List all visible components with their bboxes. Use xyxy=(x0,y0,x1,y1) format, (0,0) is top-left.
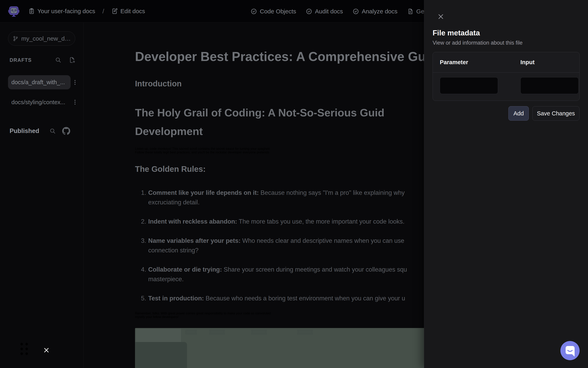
parameter-input[interactable] xyxy=(440,77,498,94)
save-changes-button[interactable]: Save Changes xyxy=(533,106,579,121)
app-screen: Your user-facing docs / Edit docs Code O… xyxy=(0,0,588,368)
panel-actions: Add Save Changes xyxy=(432,106,579,121)
panel-subtitle: View or add information about this file xyxy=(432,40,579,46)
column-header-input: Input xyxy=(513,59,579,66)
chat-bubble-icon xyxy=(560,341,579,360)
drawer-backdrop[interactable] xyxy=(0,0,424,368)
close-icon xyxy=(44,347,49,353)
metadata-table-row xyxy=(433,73,579,101)
chat-launcher-button[interactable] xyxy=(560,341,579,360)
panel-close-button[interactable] xyxy=(437,13,444,20)
add-button[interactable]: Add xyxy=(508,106,529,121)
file-metadata-panel: File metadata View or add information ab… xyxy=(424,0,588,368)
metadata-table-header: Parameter Input xyxy=(433,52,579,73)
input-value-input[interactable] xyxy=(520,77,579,94)
floating-close-button[interactable] xyxy=(44,347,49,353)
close-icon xyxy=(437,13,444,20)
drag-dots-handle[interactable] xyxy=(20,343,28,355)
column-header-parameter: Parameter xyxy=(433,59,513,66)
metadata-table: Parameter Input xyxy=(432,52,579,101)
panel-title: File metadata xyxy=(432,29,579,37)
